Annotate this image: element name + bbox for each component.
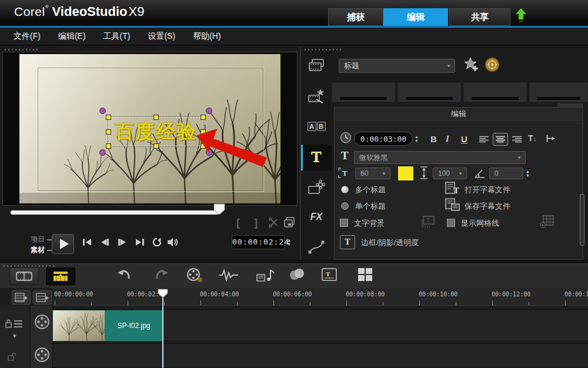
- next-frame-button[interactable]: [116, 237, 128, 247]
- selection-handle[interactable]: [201, 143, 206, 149]
- rotation-handle[interactable]: [99, 108, 106, 114]
- duration-field[interactable]: 0:00:03:00: [354, 132, 413, 146]
- border-shadow-button[interactable]: T: [340, 235, 355, 249]
- menu-item-settings[interactable]: 设置(S): [148, 31, 175, 42]
- selection-handle[interactable]: [106, 129, 111, 135]
- mute-button[interactable]: [167, 237, 179, 247]
- mark-out-button[interactable]: ]: [254, 216, 258, 229]
- border-shadow-label[interactable]: 边框/阴影/透明度: [361, 237, 419, 248]
- angle-spinner[interactable]: ▲▼: [526, 169, 530, 178]
- tab-share[interactable]: 共享: [449, 8, 510, 26]
- open-subtitle-label[interactable]: 打开字幕文件: [465, 185, 510, 195]
- prev-frame-button[interactable]: [99, 237, 111, 247]
- radio-single-title[interactable]: [341, 202, 349, 210]
- open-subtitle-button[interactable]: T: [445, 181, 461, 195]
- preview-timecode[interactable]: 00:00:02:24: [232, 235, 285, 249]
- panel-header[interactable]: 编辑: [335, 108, 583, 121]
- selection-handle[interactable]: [201, 115, 206, 120]
- align-right-button[interactable]: [509, 133, 524, 146]
- timecode-spinner[interactable]: ▲ ▼: [287, 238, 291, 246]
- spin-up-icon[interactable]: ▲: [287, 238, 291, 242]
- scrub-playhead[interactable]: [213, 203, 225, 215]
- sidebar-filter-button[interactable]: FX: [307, 207, 326, 227]
- overlay-track-lock-icon[interactable]: [7, 352, 16, 361]
- overlap-circles-button[interactable]: [288, 267, 306, 282]
- redo-button[interactable]: [154, 267, 169, 283]
- track-expand-chevron[interactable]: ▼: [12, 333, 18, 339]
- end-button[interactable]: [134, 237, 146, 247]
- timeline-clip[interactable]: SP-I02.jpg: [53, 310, 163, 341]
- auto-music-button[interactable]: [256, 267, 275, 283]
- film-reel-button[interactable]: [186, 267, 203, 284]
- selection-handle[interactable]: [201, 129, 206, 135]
- sidebar-transition-button[interactable]: AB: [307, 116, 326, 136]
- template-thumbnail[interactable]: [332, 82, 395, 102]
- title-overlay-text[interactable]: 百度经验: [109, 118, 203, 146]
- title-selection-box[interactable]: 百度经验: [108, 117, 203, 146]
- timeline-ruler[interactable]: 00:00:00:0000:00:02:0000:00:04:0000:00:0…: [53, 288, 588, 306]
- play-button[interactable]: [52, 234, 74, 254]
- save-subtitle-label[interactable]: 保存字幕文件: [465, 201, 510, 212]
- backdrop-options-button[interactable]: T: [420, 214, 436, 229]
- selection-handle[interactable]: [153, 143, 159, 149]
- sidebar-title-button[interactable]: T: [301, 145, 332, 170]
- split-clip-button[interactable]: [268, 218, 279, 228]
- enlarge-preview-button[interactable]: [283, 216, 295, 228]
- undo-button[interactable]: [116, 267, 132, 283]
- gallery-category-dropdown[interactable]: 标题 ▼: [339, 59, 455, 73]
- overlay-track-header[interactable]: [34, 347, 50, 363]
- gold-reel-icon[interactable]: [485, 57, 500, 72]
- bold-button[interactable]: B: [430, 134, 437, 144]
- grid-options-button[interactable]: [539, 214, 555, 229]
- vertical-text-button[interactable]: T↓: [528, 133, 536, 143]
- tab-edit[interactable]: 编辑: [383, 8, 448, 26]
- track-manager-button[interactable]: [12, 290, 31, 305]
- sidebar-motion-button[interactable]: [307, 236, 326, 256]
- preview-image[interactable]: 百度经验: [19, 54, 280, 203]
- radio-multiple-titles[interactable]: [341, 186, 349, 193]
- project-mode-label[interactable]: 项目: [31, 235, 52, 245]
- menu-item-edit[interactable]: 编辑(E): [58, 31, 86, 42]
- duration-spinner[interactable]: ▲▼: [415, 135, 419, 143]
- horizontal-text-button[interactable]: [546, 134, 555, 143]
- repeat-button[interactable]: [152, 237, 162, 247]
- selection-handle[interactable]: [153, 115, 159, 120]
- add-to-favorites-button[interactable]: [463, 56, 480, 73]
- template-thumbnail[interactable]: [463, 82, 527, 102]
- menu-item-help[interactable]: 帮助(H): [193, 31, 220, 42]
- font-family-dropdown[interactable]: 微软雅黑 ▼: [354, 151, 526, 164]
- save-subtitle-button[interactable]: [445, 198, 461, 212]
- track-lock-list-icon[interactable]: [5, 319, 25, 329]
- sidebar-instant-project-button[interactable]: [307, 86, 326, 106]
- rotation-handle[interactable]: [206, 149, 212, 156]
- video-track[interactable]: SP-I02.jpg: [53, 309, 588, 341]
- align-left-button[interactable]: [476, 133, 492, 146]
- underline-button[interactable]: U: [461, 134, 467, 144]
- waveform-button[interactable]: [219, 267, 239, 283]
- storyboard-view-button[interactable]: [9, 267, 39, 285]
- subtitle-editor-button[interactable]: T: [321, 267, 338, 282]
- italic-button[interactable]: I: [446, 134, 449, 144]
- home-button[interactable]: [81, 237, 93, 247]
- font-size-dropdown[interactable]: 60 ▼: [355, 168, 390, 179]
- line-spacing-dropdown[interactable]: 100 ▼: [433, 168, 467, 179]
- menu-item-tools[interactable]: 工具(T): [103, 31, 131, 42]
- single-title-label[interactable]: 单个标题: [355, 201, 386, 212]
- template-thumbnail[interactable]: [397, 82, 461, 102]
- add-track-button[interactable]: [33, 290, 52, 305]
- upload-arrow-icon[interactable]: [515, 8, 527, 23]
- video-track-header[interactable]: [34, 314, 50, 330]
- template-thumbnail[interactable]: [529, 82, 588, 102]
- selection-handle[interactable]: [106, 115, 111, 120]
- text-backdrop-label[interactable]: 文字背景: [354, 218, 385, 229]
- rotation-handle[interactable]: [206, 108, 212, 114]
- tab-capture[interactable]: 捕获: [328, 8, 383, 26]
- rotate-angle-field[interactable]: 0: [489, 168, 523, 179]
- scrub-bar[interactable]: [11, 210, 219, 215]
- font-color-swatch[interactable]: [397, 166, 414, 181]
- overlay-track[interactable]: [53, 343, 588, 368]
- clip-mode-label[interactable]: 素材: [31, 245, 52, 255]
- menu-item-file[interactable]: 文件(F): [14, 31, 41, 42]
- selection-handle[interactable]: [106, 143, 111, 149]
- sidebar-media-button[interactable]: [307, 55, 326, 75]
